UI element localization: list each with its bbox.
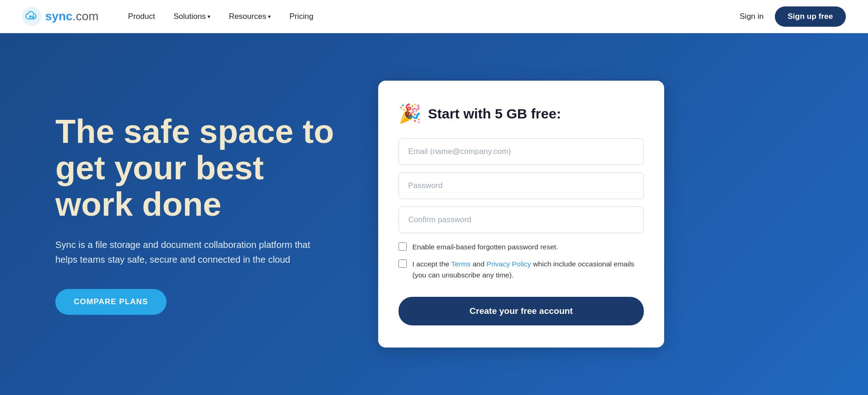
password-reset-label: Enable email-based forgotten password re… <box>412 242 558 252</box>
hero-title: The safe space to get your best work don… <box>55 113 351 223</box>
terms-label: I accept the Terms and Privacy Policy wh… <box>412 259 644 280</box>
nav-item-resources[interactable]: Resources ▾ <box>221 8 278 25</box>
party-popper-icon: 🎉 <box>398 103 422 124</box>
nav-item-pricing[interactable]: Pricing <box>282 8 321 25</box>
email-input[interactable] <box>398 138 644 165</box>
compare-plans-button[interactable]: COMPARE PLANS <box>55 289 166 315</box>
nav-right: Sign in Sign up free <box>740 6 846 27</box>
password-input[interactable] <box>398 172 644 199</box>
nav-links: Product Solutions ▾ Resources ▾ Pricing <box>121 8 740 25</box>
signup-card: 🎉 Start with 5 GB free: Enable email-bas… <box>378 81 664 348</box>
card-title: Start with 5 GB free: <box>428 106 561 122</box>
confirm-password-group <box>398 206 644 233</box>
terms-link[interactable]: Terms <box>451 260 470 268</box>
email-group <box>398 138 644 165</box>
signup-button[interactable]: Sign up free <box>775 6 846 27</box>
chevron-down-icon: ▾ <box>268 13 271 20</box>
privacy-policy-link[interactable]: Privacy Policy <box>487 260 531 268</box>
hero-left: The safe space to get your best work don… <box>55 113 378 315</box>
logo-icon <box>22 7 42 26</box>
terms-pre-text: I accept the <box>412 260 451 268</box>
card-header: 🎉 Start with 5 GB free: <box>398 103 644 124</box>
checkboxes-section: Enable email-based forgotten password re… <box>398 242 644 280</box>
hero-section: The safe space to get your best work don… <box>0 33 868 395</box>
checkbox-group-terms: I accept the Terms and Privacy Policy wh… <box>398 259 644 280</box>
chevron-down-icon: ▾ <box>208 13 210 20</box>
nav-item-product[interactable]: Product <box>121 8 163 25</box>
logo-text: sync.com <box>45 9 99 24</box>
hero-subtitle: Sync is a file storage and document coll… <box>55 237 314 267</box>
password-reset-checkbox[interactable] <box>398 242 407 251</box>
terms-checkbox[interactable] <box>398 259 407 268</box>
confirm-password-input[interactable] <box>398 206 644 233</box>
checkbox-group-password-reset: Enable email-based forgotten password re… <box>398 242 644 252</box>
password-group <box>398 172 644 199</box>
signin-link[interactable]: Sign in <box>740 12 764 21</box>
create-account-button[interactable]: Create your free account <box>398 297 644 325</box>
logo[interactable]: sync.com <box>22 7 99 26</box>
nav-item-solutions[interactable]: Solutions ▾ <box>166 8 218 25</box>
terms-mid-text: and <box>470 260 486 268</box>
navbar: sync.com Product Solutions ▾ Resources ▾… <box>0 0 868 33</box>
